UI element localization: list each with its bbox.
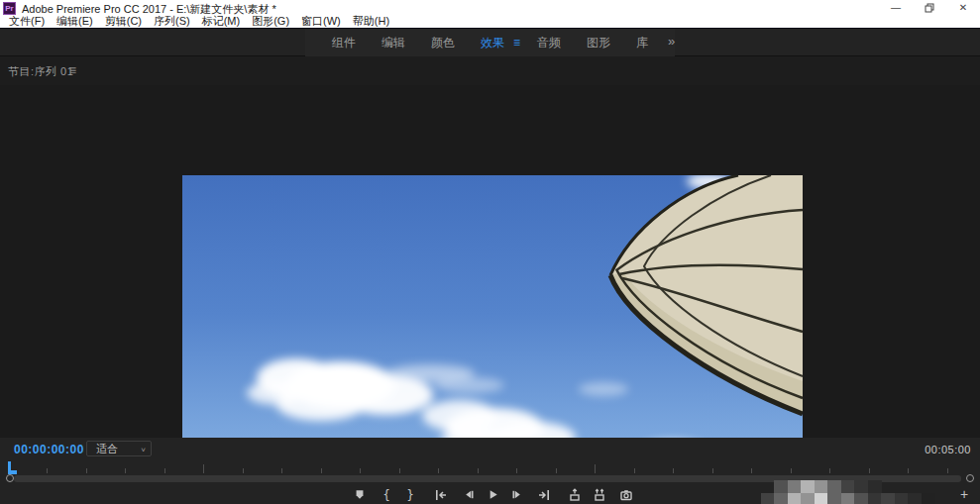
go-to-in-button[interactable] — [433, 487, 449, 502]
menu-file[interactable]: 文件(F) — [3, 14, 51, 29]
menu-edit[interactable]: 编辑(E) — [51, 14, 99, 29]
program-panel-tab[interactable]: 节目:序列 01 — [8, 64, 73, 79]
zoom-level-select[interactable]: 适合 ˅ — [86, 441, 152, 456]
mark-in-icon: { — [382, 488, 389, 502]
workspace-tabs: 组件 编辑 颜色 效果 ≡ 音频 图形 库 — [305, 29, 675, 56]
title-bar: Pr Adobe Premiere Pro CC 2017 - E:\新建文件夹… — [0, 0, 980, 15]
play-button[interactable] — [485, 487, 500, 502]
workspace-tab-assembly[interactable]: 组件 — [332, 35, 356, 51]
mark-out-icon: } — [406, 488, 413, 502]
go-to-out-button[interactable] — [536, 487, 552, 502]
add-marker-button[interactable] — [352, 487, 368, 502]
panel-menu-icon[interactable]: ≡ — [69, 63, 76, 77]
workspace-tab-audio[interactable]: 音频 — [537, 35, 561, 51]
mosaic-censored-region — [747, 480, 934, 504]
go-to-out-icon — [537, 488, 551, 502]
current-timecode[interactable]: 00:00:00:00 — [14, 443, 84, 456]
zoom-scrollbar-right-handle[interactable] — [966, 474, 974, 482]
workspace-tab-effects[interactable]: 效果 — [481, 35, 504, 51]
menu-sequence[interactable]: 序列(S) — [148, 14, 196, 29]
premiere-window: Pr Adobe Premiere Pro CC 2017 - E:\新建文件夹… — [0, 0, 980, 504]
step-forward-button[interactable] — [509, 487, 525, 502]
workspace-tab-menu-icon[interactable]: ≡ — [513, 36, 520, 50]
add-marker-icon — [354, 488, 366, 501]
play-icon — [487, 488, 499, 501]
menu-graphics[interactable]: 图形(G) — [246, 14, 295, 29]
ruler-tick — [203, 464, 204, 473]
minimize-button[interactable]: — — [879, 0, 913, 15]
zoom-level-value: 适合 — [96, 442, 118, 456]
step-back-button[interactable] — [460, 487, 476, 502]
lift-icon — [568, 488, 582, 502]
workspace-bar: 组件 编辑 颜色 效果 ≡ 音频 图形 库 » — [0, 29, 980, 56]
workspace-tab-editing[interactable]: 编辑 — [381, 35, 405, 51]
window-controls: — ✕ — [879, 0, 980, 15]
chevron-down-icon: ˅ — [141, 446, 146, 454]
close-button[interactable]: ✕ — [946, 0, 980, 15]
step-back-icon — [462, 488, 475, 501]
sequence-duration: 00:05:00 — [925, 444, 971, 455]
step-forward-icon — [511, 488, 524, 501]
workspace-overflow-icon[interactable]: » — [668, 34, 676, 49]
ruler-tick — [595, 464, 596, 473]
restore-icon — [925, 3, 934, 13]
workspace-tab-libraries[interactable]: 库 — [636, 35, 648, 51]
export-frame-button[interactable] — [618, 487, 634, 502]
workspace-tab-graphics[interactable]: 图形 — [587, 35, 610, 51]
menu-marker[interactable]: 标记(M) — [196, 14, 247, 29]
menu-bar: 文件(F) 编辑(E) 剪辑(C) 序列(S) 标记(M) 图形(G) 窗口(W… — [0, 15, 980, 29]
button-editor-add-button[interactable]: + — [955, 485, 973, 503]
export-frame-icon — [619, 488, 633, 502]
program-panel-header: 节目:序列 01 ≡ — [0, 56, 980, 85]
mark-in-button[interactable]: { — [379, 487, 394, 502]
extract-icon — [593, 488, 606, 502]
mark-out-button[interactable]: } — [402, 487, 418, 502]
menu-help[interactable]: 帮助(H) — [347, 14, 395, 29]
menu-window[interactable]: 窗口(W) — [295, 14, 347, 29]
extract-button[interactable] — [592, 487, 607, 502]
workspace-tab-color[interactable]: 颜色 — [431, 35, 455, 51]
lift-button[interactable] — [567, 487, 583, 502]
go-to-in-icon — [434, 488, 448, 502]
restore-button[interactable] — [913, 0, 946, 15]
program-monitor — [0, 85, 980, 438]
zoom-scrollbar-left-handle[interactable] — [6, 474, 14, 482]
menu-clip[interactable]: 剪辑(C) — [99, 14, 148, 29]
